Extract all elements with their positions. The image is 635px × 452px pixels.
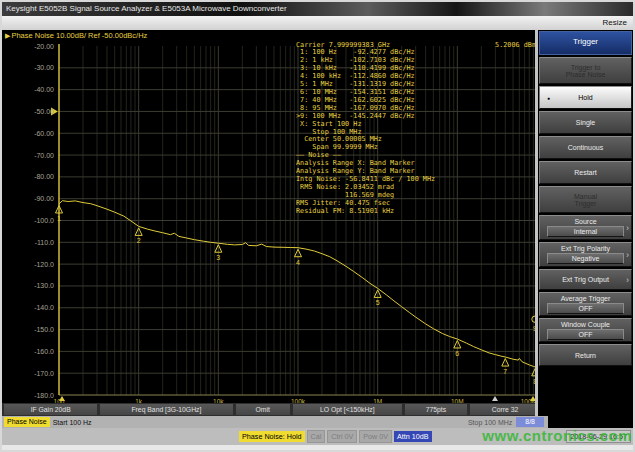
window-title-bar: Keysight E5052B Signal Source Analyzer &…: [2, 2, 633, 16]
sidebar-button-trigger-to-phase-noise: Trigger toPhase Noise: [539, 57, 632, 84]
window-title: Keysight E5052B Signal Source Analyzer &…: [6, 4, 287, 13]
marker-readout-block: 1: 100 Hz -92.4277 dBc/Hz 2: 1 kHz -102.…: [296, 49, 435, 216]
app-window: Keysight E5052B Signal Source Analyzer &…: [0, 0, 635, 452]
sweep-stop-label: Stop 100 MHz: [468, 419, 512, 426]
sidebar-button-source[interactable]: SourceInternal›: [539, 215, 632, 240]
sidebar-button-continuous[interactable]: Continuous: [539, 136, 632, 159]
chart-marker-label-2: 2: [137, 237, 141, 244]
softkey-menu: Trigger Trigger toPhase NoiseHold●Single…: [535, 30, 633, 428]
selected-bullet-icon: ●: [547, 95, 550, 101]
y-tick-label: -170.0: [34, 370, 54, 377]
submenu-arrow-icon: ›: [626, 223, 629, 233]
sweep-start-label: Start 100 Hz: [53, 419, 92, 426]
y-tick-label: -110.0: [35, 239, 54, 246]
phase-noise-tab[interactable]: Phase Noise: [4, 417, 50, 427]
y-tick-label: -160.0: [34, 348, 54, 355]
marker-readout-line: Residual FM: 8.51901 kHz: [296, 208, 435, 216]
sidebar-button-manual-trigger: ManualTrigger: [539, 186, 632, 213]
y-tick-label: -80.00: [34, 173, 54, 180]
sidebar-button-ext-trig-polarity[interactable]: Ext Trig PolarityNegative›: [539, 242, 632, 267]
y-tick-label: -50.00: [34, 108, 54, 115]
submenu-arrow-icon: ›: [626, 275, 629, 285]
submenu-arrow-icon: ›: [626, 250, 629, 260]
cal-status-badge: Cal: [307, 430, 326, 443]
resize-button[interactable]: Resize: [603, 18, 627, 27]
sidebar-button-single[interactable]: Single: [539, 111, 632, 134]
y-tick-label: -100.0: [34, 217, 54, 224]
measurement-status-bar: IF Gain 20dB Freq Band [3G-10GHz] Omit L…: [2, 403, 542, 416]
mode-status-badge: Phase Noise: Hold: [239, 431, 305, 442]
y-tick-label: -140.0: [34, 304, 54, 311]
sidebar-button-ext-trig-output[interactable]: Ext Trig Output›: [539, 269, 632, 290]
phase-noise-chart: -20.00-30.00-40.00-50.00-60.00-70.00-80.…: [2, 30, 542, 407]
instrument-screen: ▶Phase Noise 10.00dB/ Ref -50.00dBc/Hz -…: [2, 30, 633, 445]
if-gain-status: IF Gain 20dB: [4, 404, 97, 415]
chart-marker-label-3: 3: [216, 254, 220, 261]
resize-bar: Resize: [2, 16, 633, 31]
sidebar-button-window-couple[interactable]: Window CoupleOFF: [539, 318, 632, 342]
chart-marker-label-7: 7: [503, 368, 507, 375]
instrument-status-bar: Phase Noise: Hold Cal Ctrl 0V Pow 0V Att…: [2, 428, 633, 445]
carrier-power: 5.2006 dBm: [495, 41, 536, 49]
chart-marker-label-4: 4: [296, 259, 300, 266]
chart-marker-label-6: 6: [455, 350, 459, 357]
measurement-panel: ▶Phase Noise 10.00dB/ Ref -50.00dBc/Hz -…: [2, 30, 542, 445]
trace-indicator-icon: ▶: [5, 32, 10, 39]
y-tick-label: -60.00: [34, 130, 54, 137]
y-tick-label: -150.0: [34, 326, 54, 333]
chart-marker-label-5: 5: [376, 299, 380, 306]
points-status: 775pts: [405, 404, 467, 415]
y-tick-label: -70.00: [34, 152, 54, 159]
datetime-display: 2018-06-29 16:57: [566, 430, 631, 443]
sidebar-button-restart[interactable]: Restart: [539, 161, 632, 184]
chart-marker-label-1: 1: [57, 215, 61, 222]
band-marker-icon: [492, 396, 498, 401]
correlation-status: Corre 32: [470, 404, 540, 415]
sidebar-button-average-trigger[interactable]: Average TriggerOFF: [539, 292, 632, 316]
y-tick-label: -180.0: [34, 392, 54, 399]
y-tick-label: -120.0: [34, 261, 54, 268]
omit-status: Omit: [236, 404, 290, 415]
y-tick-label: -40.00: [34, 86, 54, 93]
lo-opt-status: LO Opt [<150kHz]: [293, 404, 402, 415]
page-indicator: 8/8: [516, 417, 544, 427]
menu-title: Trigger: [539, 31, 632, 55]
attenuator-status-badge: Attn 10dB: [394, 431, 432, 442]
freq-band-status: Freq Band [3G-10GHz]: [100, 404, 232, 415]
y-tick-label: -130.0: [34, 282, 54, 289]
pow-status-badge: Pow 0V: [359, 430, 392, 443]
y-tick-label: -90.00: [34, 195, 54, 202]
ctrl-status-badge: Ctrl 0V: [327, 430, 357, 443]
y-tick-label: -30.00: [34, 64, 54, 71]
sweep-range-bar: Phase Noise Start 100 Hz Stop 100 MHz 8/…: [2, 416, 548, 428]
sidebar-button-return[interactable]: Return: [539, 344, 632, 366]
sidebar-button-hold[interactable]: Hold●: [539, 86, 632, 109]
y-tick-label: -20.00: [34, 43, 54, 50]
trace-scale-label: ▶Phase Noise 10.00dB/ Ref -50.00dBc/Hz: [5, 31, 147, 40]
